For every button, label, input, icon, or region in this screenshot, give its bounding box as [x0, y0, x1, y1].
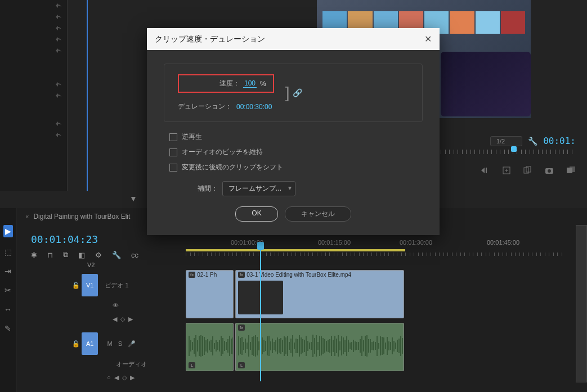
- dialog-title: クリップ速度・デュレーション: [155, 34, 265, 44]
- sequence-tab[interactable]: × Digital Painting with TourBox Elit: [25, 213, 130, 220]
- close-icon[interactable]: ×: [25, 213, 29, 220]
- next-kf-icon[interactable]: ▶: [130, 374, 135, 381]
- preview-playhead[interactable]: [511, 146, 517, 152]
- settings-icon[interactable]: ⚙: [95, 251, 102, 259]
- prev-kf-icon[interactable]: ◀: [113, 316, 117, 323]
- percent-label: %: [260, 80, 266, 88]
- work-area[interactable]: [186, 249, 405, 251]
- fx-badge: fx: [238, 272, 245, 278]
- undo-icon: [53, 120, 62, 127]
- lock-icon[interactable]: 🔓: [72, 340, 80, 348]
- ruler-label: 00:01:45:00: [487, 239, 519, 246]
- caption-icon[interactable]: cc: [131, 251, 138, 259]
- playhead[interactable]: [260, 246, 261, 381]
- ruler-label: 00:01:30:00: [400, 239, 432, 246]
- audio-track[interactable]: L fx L: [186, 323, 576, 372]
- lock-icon[interactable]: 🔓: [72, 282, 80, 289]
- filter-icon[interactable]: ▼: [129, 194, 137, 203]
- interp-label: 補間：: [198, 184, 218, 193]
- link-bracket: ] 🔗: [285, 84, 303, 102]
- add-marker-icon[interactable]: [501, 165, 512, 175]
- audio-clip[interactable]: L: [186, 323, 234, 371]
- speed-input[interactable]: 100: [243, 79, 257, 88]
- ripple-tool[interactable]: ⇥: [5, 267, 11, 276]
- wrench-icon[interactable]: 🔧: [528, 137, 537, 146]
- timeline-timecode[interactable]: 00:01:04:23: [31, 233, 98, 245]
- eye-icon[interactable]: 👁: [113, 302, 119, 309]
- track-v1-badge[interactable]: V1: [82, 274, 98, 296]
- solo-icon[interactable]: S: [118, 340, 122, 348]
- duration-label: デュレーション：: [178, 102, 232, 111]
- export-frame-icon[interactable]: [566, 165, 576, 175]
- marker-icon[interactable]: ◧: [78, 251, 85, 259]
- snap-icon[interactable]: ✱: [31, 251, 37, 259]
- cancel-button[interactable]: キャンセル: [285, 206, 351, 222]
- clip-speed-dialog: クリップ速度・デュレーション ✕ 速度： 100 % デュレーション： 00:0…: [147, 28, 440, 235]
- mute-icon[interactable]: M: [107, 340, 112, 348]
- kf-dot-icon[interactable]: ○: [107, 374, 111, 381]
- track-a1-name: オーディオ: [116, 360, 147, 368]
- undo-icon: [53, 25, 62, 31]
- video-track[interactable]: fx02-1 Ph fx03-1 Video Editing with Tour…: [186, 270, 576, 319]
- fx-badge: fx: [189, 272, 195, 278]
- magnet-icon[interactable]: ⊓: [47, 251, 53, 259]
- track-a1-badge[interactable]: A1: [82, 332, 98, 355]
- add-marker2-icon[interactable]: [523, 165, 533, 175]
- duration-timecode: 00:01:: [543, 136, 576, 146]
- slip-tool[interactable]: ↔: [4, 305, 12, 314]
- video-clip[interactable]: fx02-1 Ph: [186, 270, 234, 318]
- speed-label: 速度：: [186, 79, 240, 88]
- camera-icon[interactable]: [544, 165, 554, 175]
- undo-icon: [53, 92, 62, 99]
- reverse-label: 逆再生: [182, 132, 202, 142]
- undo-icon: [53, 36, 62, 43]
- mic-icon[interactable]: 🎤: [128, 340, 136, 348]
- history-panel: [0, 0, 68, 191]
- selection-tool[interactable]: ▶: [3, 225, 13, 237]
- pitch-checkbox[interactable]: [169, 148, 177, 156]
- panel-divider[interactable]: [87, 0, 88, 191]
- undo-icon: [53, 13, 62, 20]
- undo-icon: [53, 47, 62, 54]
- reverse-checkbox[interactable]: [169, 133, 177, 141]
- undo-icon: [53, 2, 62, 9]
- timeline-panel: × Digital Painting with TourBox Elit 00:…: [17, 208, 587, 392]
- next-kf-icon[interactable]: ▶: [128, 316, 133, 323]
- audio-meter: [576, 225, 587, 382]
- pitch-label: オーディオのピッチを維持: [182, 147, 263, 157]
- pen-tool[interactable]: ✎: [5, 324, 11, 333]
- toolbar: ▶ ⬚ ⇥ ✂ ↔ ✎: [0, 208, 16, 392]
- track-select-tool[interactable]: ⬚: [5, 247, 12, 256]
- add-kf-icon[interactable]: ◇: [122, 374, 127, 381]
- track-v2-label[interactable]: V2: [87, 262, 95, 268]
- sequence-name: Digital Painting with TourBox Elit: [33, 213, 130, 220]
- undo-icon: [53, 132, 62, 138]
- close-icon[interactable]: ✕: [424, 34, 432, 44]
- interp-select[interactable]: フレームサンプ...: [222, 181, 295, 196]
- zoom-select[interactable]: 1/2: [490, 136, 522, 146]
- svg-rect-6: [570, 166, 575, 172]
- ok-button[interactable]: OK: [235, 206, 277, 222]
- speed-field-highlight: 速度： 100 %: [178, 74, 274, 93]
- svg-point-4: [548, 169, 551, 173]
- undo-icon: [53, 81, 62, 88]
- timeline-ruler[interactable]: 00:01:00:00 00:01:15:00 00:01:30:00 00:0…: [186, 239, 576, 256]
- duration-input[interactable]: 00:00:30:00: [236, 103, 272, 111]
- razor-tool[interactable]: ✂: [5, 286, 11, 295]
- ripple-checkbox[interactable]: [169, 164, 177, 172]
- track-v1-name: ビデオ 1: [105, 281, 128, 290]
- link-icon[interactable]: 🔗: [293, 88, 302, 97]
- ruler-label: 00:01:15:00: [318, 239, 351, 246]
- link-icon[interactable]: ⧉: [63, 250, 68, 259]
- clip-name: 03-1 Video Editing with TourBox Elite.mp…: [247, 272, 351, 278]
- ripple-label: 変更後に後続のクリップをシフト: [182, 163, 283, 172]
- wrench2-icon[interactable]: 🔧: [112, 251, 121, 259]
- add-kf-icon[interactable]: ◇: [120, 316, 125, 323]
- mark-in-icon[interactable]: [480, 165, 490, 175]
- prev-kf-icon[interactable]: ◀: [114, 374, 119, 381]
- clip-name: 02-1 Ph: [197, 272, 217, 278]
